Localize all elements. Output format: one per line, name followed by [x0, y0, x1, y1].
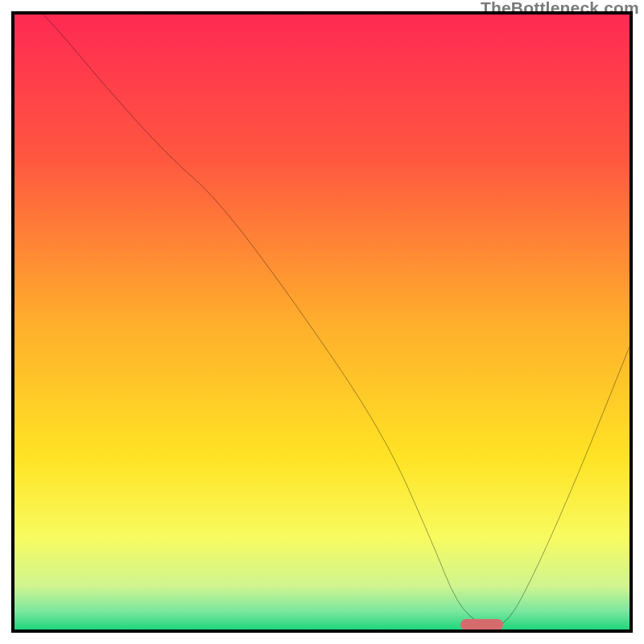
- svg-rect-0: [14, 14, 630, 630]
- optimal-marker: [460, 619, 503, 630]
- chart-frame: TheBottleneck.com: [0, 0, 644, 644]
- plot-area: [11, 11, 633, 633]
- gradient-background: [14, 14, 630, 630]
